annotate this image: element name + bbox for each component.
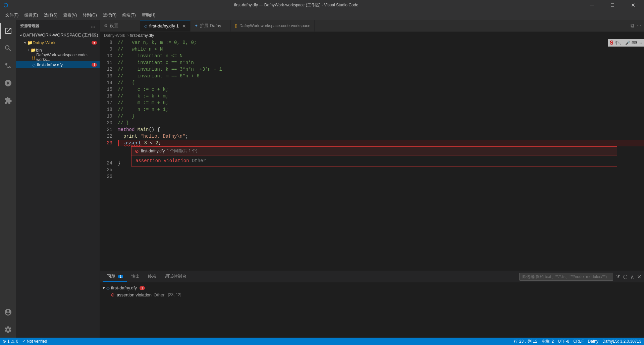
statusbar-error-count[interactable]: ⊘ 1 ⚠ 0	[3, 339, 18, 344]
ime-mic-icon: 🎤	[625, 41, 630, 45]
run-debug-icon[interactable]	[0, 75, 16, 91]
workspace-header[interactable]: ▾ DAFNYWORK-WORKSPACE (工作区)	[16, 31, 100, 39]
not-verified-label: Not verified	[27, 339, 47, 344]
status-error-number: 1	[7, 339, 10, 344]
settings-gear-icon[interactable]	[0, 322, 16, 338]
menu-file[interactable]: 文件(F)	[3, 11, 21, 19]
error-popup-body: assertion violation Other	[131, 155, 617, 166]
code-line-10: // invariant n <= N	[118, 53, 644, 59]
minimize-button[interactable]: ─	[584, 0, 600, 10]
bin-label: bin	[36, 48, 42, 53]
statusbar-line-ending[interactable]: CRLF	[573, 339, 584, 344]
ime-zh-label: 中·。	[615, 40, 624, 46]
line-numbers-after: 242526	[100, 160, 115, 180]
main-file-label: first-dafny.dfy	[37, 62, 63, 67]
maximize-button[interactable]: □	[605, 0, 620, 10]
settings-tab-icon: ⚙	[104, 23, 108, 28]
ext-tab-icon: ✦	[195, 23, 198, 28]
panel-tab-output[interactable]: 输出	[127, 271, 144, 282]
dafny-tab-icon: ◇	[144, 24, 147, 28]
tab-workspace-label: DafnyWork-workspace.code-workspace	[239, 23, 310, 28]
close-button[interactable]: ✕	[625, 0, 641, 10]
statusbar-extension[interactable]: DafnyLS: 3.2.0.30713	[602, 339, 641, 344]
bin-folder-icon: 📁	[31, 48, 36, 53]
panel-expand-button[interactable]: ⬡	[623, 274, 628, 280]
panel-tab-terminal[interactable]: 终端	[144, 271, 161, 282]
panel-chevron-up-button[interactable]: ∧	[630, 274, 634, 280]
error-popup-icon: ⊘	[135, 148, 139, 154]
problem-group-label: first-dafny.dfy	[111, 285, 137, 290]
search-icon[interactable]	[0, 40, 16, 56]
menu-terminal[interactable]: 终端(T)	[120, 11, 138, 19]
tab-ext-dafny[interactable]: ✦ 扩展 Dafny	[191, 20, 231, 31]
main-file-badge: 1	[92, 63, 97, 67]
file-workspace-json[interactable]: {} DafnyWork-workspace.code-works...	[16, 54, 100, 61]
ime-keyboard-icon: ⌨	[632, 41, 637, 45]
statusbar-right: 行 23，列 12 空格: 2 UTF-8 CRLF Dafny DafnyLS…	[514, 339, 641, 344]
code-line-13: // invariant m == 6*n + 6	[118, 73, 644, 79]
panel-tab-problems[interactable]: 问题 1	[103, 271, 127, 282]
statusbar-position[interactable]: 行 23，列 12	[514, 339, 537, 344]
code-line-16: // k := k + m;	[118, 93, 644, 99]
ime-s-icon: S	[610, 40, 613, 46]
tabbar-right-actions: ⧉ ···	[631, 20, 644, 31]
account-icon[interactable]	[0, 304, 16, 320]
panel-tab-debug[interactable]: 调试控制台	[161, 271, 191, 282]
tab-bar: ⚙ 设置 ◇ first-dafny.dfy 1 ✕ ✦ 扩展 Dafny {}…	[100, 20, 644, 32]
workspace-chevron-icon: ▾	[19, 34, 23, 36]
extensions-icon[interactable]	[0, 92, 16, 109]
statusbar-language[interactable]: Dafny	[588, 339, 598, 344]
menu-help[interactable]: 帮助(H)	[139, 11, 158, 19]
problem-group-badge: 1	[140, 286, 145, 290]
workspace-label: DAFNYWORK-WORKSPACE (工作区)	[23, 32, 98, 38]
error-popup-count: 1 个问题(共 1 个)	[167, 148, 197, 154]
statusbar-spaces[interactable]: 空格: 2	[541, 339, 554, 344]
source-control-icon[interactable]	[0, 58, 16, 74]
menu-run[interactable]: 运行(R)	[100, 11, 119, 19]
tab-main-file[interactable]: ◇ first-dafny.dfy 1 ✕	[140, 20, 191, 31]
tab-main-label: first-dafny.dfy 1	[149, 23, 179, 28]
tab-workspace[interactable]: {} DafnyWork-workspace.code-workspace	[231, 20, 315, 31]
file-tree: ▾ DAFNYWORK-WORKSPACE (工作区) ▾ 📁 Dafny-Wo…	[16, 31, 100, 68]
output-tab-label: 输出	[131, 274, 140, 279]
panel-filter-icon[interactable]: ⧩	[616, 274, 620, 280]
titlebar: ⬡ first-dafny.dfy — DafnyWork-workspace …	[0, 0, 644, 10]
menu-select[interactable]: 选择(S)	[41, 11, 60, 19]
more-tabs-button[interactable]: ···	[637, 23, 641, 29]
tab-close-button[interactable]: ✕	[182, 23, 186, 29]
file-main-dfy[interactable]: ◇ first-dafny.dfy 1	[16, 61, 100, 68]
error-inline-popup: ⊘ first-dafny.dfy 1 个问题(共 1 个) assertion…	[131, 146, 617, 166]
vscode-logo-icon: ⬡	[3, 2, 8, 8]
tab-settings[interactable]: ⚙ 设置	[100, 20, 140, 31]
statusbar-left: ⊘ 1 ⚠ 0 ✓ Not verified	[3, 339, 47, 344]
code-line-11: // invariant c == n*n*n	[118, 59, 644, 66]
code-line-21: method Main() {	[118, 126, 644, 133]
breadcrumb-folder[interactable]: Dafny-Work	[104, 33, 125, 38]
problem-group-chevron-icon: ▾	[103, 285, 105, 290]
problem-location: [23, 12]	[168, 292, 181, 297]
breadcrumb-file[interactable]: first-dafny.dfy	[130, 33, 154, 38]
split-editor-button[interactable]: ⧉	[631, 23, 634, 29]
json-file-icon: {}	[32, 55, 35, 60]
panel-close-button[interactable]: ✕	[637, 274, 641, 280]
folder-label: Dafny-Work	[33, 40, 55, 45]
statusbar-not-verified[interactable]: ✓ Not verified	[22, 339, 47, 344]
menu-goto[interactable]: 转到(G)	[80, 11, 99, 19]
code-line-19: // }	[118, 113, 644, 120]
explorer-icon[interactable]	[0, 23, 16, 39]
sidebar-more-button[interactable]: ...	[91, 23, 96, 29]
code-editor[interactable]: 89101112 1314151617 1819202122 23 // var…	[100, 39, 644, 271]
workspace-tab-icon: {}	[235, 23, 237, 28]
problem-group-header[interactable]: ▾ ◇ first-dafny.dfy 1	[100, 285, 644, 291]
panel-filter-input[interactable]	[519, 273, 613, 281]
problem-item[interactable]: ⊘ assertion violation Other [23, 12]	[100, 291, 644, 298]
not-verified-icon: ✓	[22, 339, 25, 344]
menu-view[interactable]: 查看(V)	[61, 11, 79, 19]
panel-content: ▾ ◇ first-dafny.dfy 1 ⊘ assertion violat…	[100, 283, 644, 338]
menu-edit[interactable]: 编辑(E)	[22, 11, 41, 19]
status-error-icon: ⊘	[3, 339, 6, 344]
statusbar-encoding[interactable]: UTF-8	[558, 339, 569, 344]
problems-tab-label: 问题	[107, 274, 115, 279]
problem-type: Other	[154, 292, 165, 297]
folder-dafny-work[interactable]: ▾ 📁 Dafny-Work ●	[16, 39, 100, 46]
